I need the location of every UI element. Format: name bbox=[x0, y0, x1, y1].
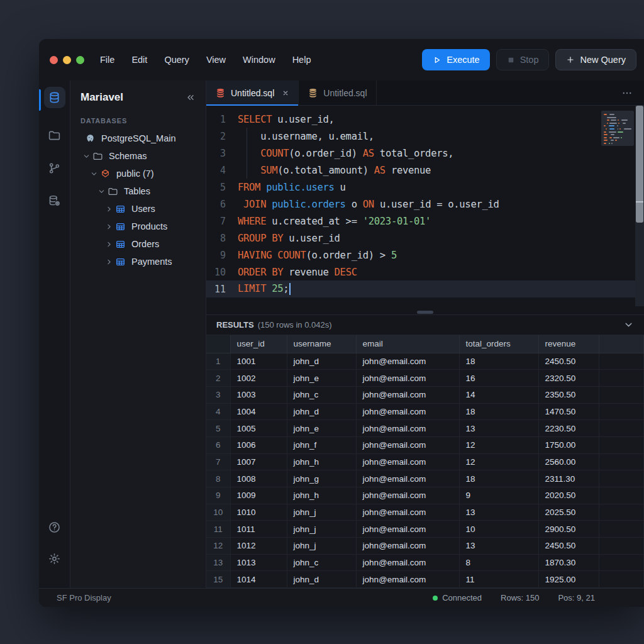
chevron-down-icon[interactable] bbox=[83, 153, 91, 160]
editor-scrollbar-thumb[interactable] bbox=[636, 106, 643, 223]
collapse-sidebar-icon[interactable] bbox=[186, 92, 196, 103]
chevron-right-icon[interactable] bbox=[106, 206, 114, 213]
table-row[interactable]: 131013john_cjohn@email.com81870.30 bbox=[206, 554, 644, 571]
table-cell[interactable]: john_j bbox=[287, 538, 356, 555]
table-cell[interactable]: john_c bbox=[287, 386, 356, 403]
table-row[interactable]: 11001john_djohn@email.com182450.50 bbox=[206, 353, 644, 370]
table-cell[interactable]: 1001 bbox=[230, 353, 287, 370]
menu-item-query[interactable]: Query bbox=[164, 55, 189, 65]
table-cell[interactable]: john@email.com bbox=[356, 353, 459, 370]
sql-editor[interactable]: 1SELECT u.user_id,2 u.username, u.email,… bbox=[206, 106, 644, 306]
table-cell[interactable]: john_h bbox=[287, 453, 356, 470]
table-cell[interactable]: 10 bbox=[459, 521, 538, 538]
close-tab-icon[interactable] bbox=[282, 89, 289, 97]
rail-item-git-branch[interactable] bbox=[44, 157, 65, 179]
table-cell[interactable]: john@email.com bbox=[356, 420, 459, 437]
rail-item-database-gear[interactable] bbox=[44, 190, 65, 211]
menu-item-edit[interactable]: Edit bbox=[131, 55, 147, 65]
table-cell[interactable]: john@email.com bbox=[356, 504, 459, 521]
code-line[interactable]: 10ORDER BY revenue DESC bbox=[206, 264, 644, 280]
table-cell[interactable]: 2020.50 bbox=[538, 487, 599, 504]
table-cell[interactable]: 2900.50 bbox=[538, 521, 599, 538]
table-cell[interactable]: 2025.50 bbox=[538, 504, 599, 521]
tree-item-payments[interactable]: Payments bbox=[70, 253, 206, 270]
table-row[interactable]: 111011john_jjohn@email.com102900.50 bbox=[206, 521, 644, 538]
zoom-window-button[interactable] bbox=[76, 56, 84, 64]
table-cell[interactable]: 13 bbox=[459, 504, 538, 521]
table-cell[interactable]: 1012 bbox=[230, 538, 287, 555]
table-cell[interactable]: 8 bbox=[459, 554, 538, 571]
table-cell[interactable]: john@email.com bbox=[356, 386, 459, 403]
code-line[interactable]: 7WHERE u.created_at >= '2023-01-01' bbox=[206, 213, 644, 230]
table-cell[interactable]: john@email.com bbox=[356, 521, 459, 538]
table-row[interactable]: 51005john_ejohn@email.com132230.50 bbox=[206, 420, 644, 437]
table-cell[interactable]: 1007 bbox=[230, 453, 287, 470]
table-cell[interactable]: 12 bbox=[459, 453, 538, 470]
rail-item-database[interactable] bbox=[44, 87, 65, 108]
tree-item-orders[interactable]: Orders bbox=[70, 235, 206, 253]
table-cell[interactable]: 2450.50 bbox=[538, 538, 599, 555]
code-line[interactable]: 4 SUM(o.total_amount) AS revenue bbox=[206, 162, 644, 179]
tab-1[interactable]: Untitled.sql bbox=[206, 80, 299, 105]
table-row[interactable]: 21002john_ejohn@email.com162320.50 bbox=[206, 370, 644, 387]
table-cell[interactable]: john_c bbox=[287, 554, 356, 571]
table-cell[interactable]: john@email.com bbox=[356, 487, 459, 504]
chevron-right-icon[interactable] bbox=[106, 258, 114, 265]
table-cell[interactable]: 1003 bbox=[230, 386, 287, 403]
more-options-icon[interactable] bbox=[621, 87, 633, 99]
table-cell[interactable]: john@email.com bbox=[356, 403, 459, 420]
stop-button[interactable]: Stop bbox=[496, 49, 550, 70]
code-line[interactable]: 11LIMIT 25; bbox=[206, 280, 644, 297]
chevron-right-icon[interactable] bbox=[106, 241, 114, 248]
execute-button[interactable]: Execute bbox=[422, 49, 489, 70]
editor-scrollbar[interactable] bbox=[635, 106, 644, 306]
table-cell[interactable]: 1008 bbox=[230, 470, 287, 487]
table-cell[interactable]: john_j bbox=[287, 504, 356, 521]
table-cell[interactable]: 1750.00 bbox=[538, 436, 599, 453]
table-row[interactable]: 81008john_gjohn@email.com182311.30 bbox=[206, 470, 644, 487]
table-cell[interactable]: 1014 bbox=[230, 571, 287, 588]
minimap[interactable] bbox=[601, 111, 634, 146]
table-row[interactable]: 31003john_cjohn@email.com142350.50 bbox=[206, 386, 644, 403]
table-cell[interactable]: 1010 bbox=[230, 504, 287, 521]
table-cell[interactable]: john@email.com bbox=[356, 370, 459, 387]
table-cell[interactable]: 2230.50 bbox=[538, 420, 599, 437]
column-header-rownum[interactable] bbox=[206, 335, 230, 353]
table-cell[interactable]: john@email.com bbox=[356, 453, 459, 470]
table-cell[interactable]: 18 bbox=[459, 353, 538, 370]
table-cell[interactable]: john@email.com bbox=[356, 470, 459, 487]
table-row[interactable]: 101010john_jjohn@email.com132025.50 bbox=[206, 504, 644, 521]
table-cell[interactable]: 18 bbox=[459, 470, 538, 487]
table-cell[interactable]: 12 bbox=[459, 436, 538, 453]
table-cell[interactable]: john@email.com bbox=[356, 554, 459, 571]
table-cell[interactable]: 2320.50 bbox=[538, 370, 599, 387]
table-cell[interactable]: john@email.com bbox=[356, 571, 459, 588]
resize-handle[interactable] bbox=[417, 311, 433, 314]
table-cell[interactable]: john_h bbox=[287, 487, 356, 504]
table-cell[interactable]: 1013 bbox=[230, 554, 287, 571]
code-line[interactable]: 9HAVING COUNT(o.order_id) > 5 bbox=[206, 247, 644, 264]
menu-item-view[interactable]: View bbox=[206, 55, 226, 65]
table-cell[interactable]: john_f bbox=[287, 436, 356, 453]
tree-item-products[interactable]: Products bbox=[70, 218, 206, 235]
table-row[interactable]: 121012john_jjohn@email.com132450.50 bbox=[206, 538, 644, 555]
table-cell[interactable]: 1925.00 bbox=[538, 571, 599, 588]
table-cell[interactable]: 18 bbox=[459, 403, 538, 420]
rail-item-settings[interactable] bbox=[44, 548, 65, 569]
table-cell[interactable]: john_d bbox=[287, 571, 356, 588]
table-cell[interactable]: 2450.50 bbox=[538, 353, 599, 370]
table-cell[interactable]: john_d bbox=[287, 403, 356, 420]
column-header-email[interactable]: email bbox=[356, 335, 459, 353]
menu-item-help[interactable]: Help bbox=[292, 55, 311, 65]
column-header-user_id[interactable]: user_id bbox=[230, 335, 287, 353]
table-row[interactable]: 41004john_djohn@email.com181470.50 bbox=[206, 403, 644, 420]
menu-item-file[interactable]: File bbox=[100, 55, 114, 65]
close-window-button[interactable] bbox=[50, 56, 58, 64]
table-cell[interactable]: 1004 bbox=[230, 403, 287, 420]
chevron-down-icon[interactable] bbox=[91, 170, 99, 177]
table-cell[interactable]: 1006 bbox=[230, 436, 287, 453]
tree-item-schemas[interactable]: Schemas bbox=[70, 147, 206, 165]
table-row[interactable]: 61006john_fjohn@email.com121750.00 bbox=[206, 436, 644, 453]
table-cell[interactable]: john@email.com bbox=[356, 436, 459, 453]
table-row[interactable]: 91009john_hjohn@email.com92020.50 bbox=[206, 487, 644, 504]
